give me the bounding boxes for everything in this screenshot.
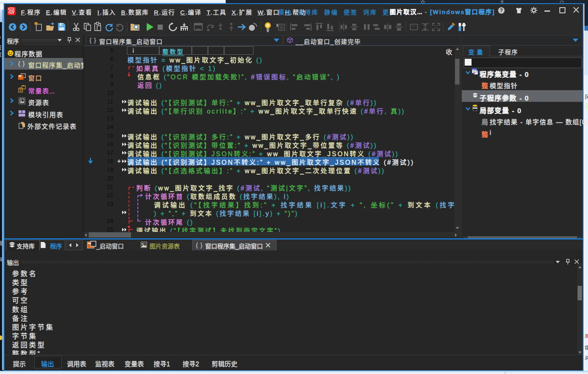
svg-text:10: 10 bbox=[476, 70, 478, 73]
svg-text:*: * bbox=[412, 25, 414, 29]
